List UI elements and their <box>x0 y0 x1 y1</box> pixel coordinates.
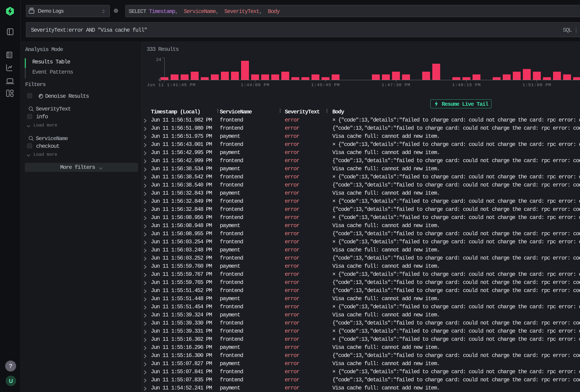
svg-text:U: U <box>9 378 13 384</box>
svg-text:?: ? <box>9 363 12 369</box>
